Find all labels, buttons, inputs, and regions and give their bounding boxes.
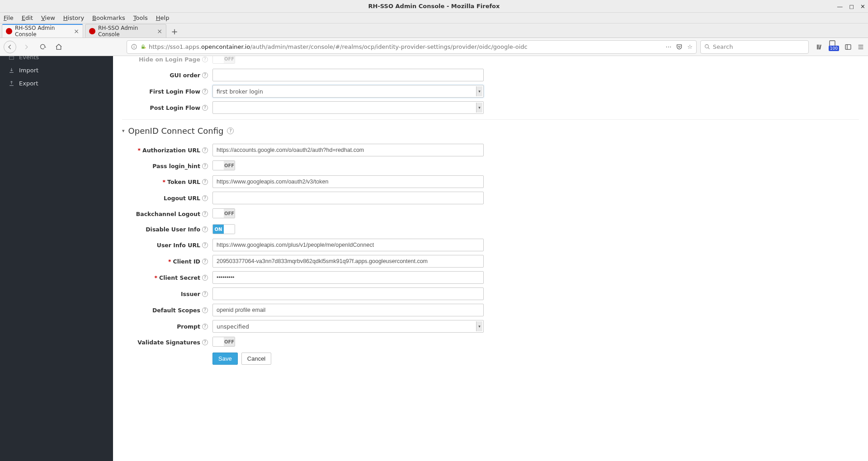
library-icon[interactable] [816, 43, 823, 51]
tab-close-icon[interactable]: × [157, 28, 162, 35]
hamburger-menu-icon[interactable] [857, 43, 864, 51]
prompt-select[interactable]: unspecified ▾ [212, 320, 484, 333]
bookmark-star-icon[interactable]: ☆ [687, 43, 693, 50]
menu-history[interactable]: History [63, 14, 84, 21]
sidebar-item-import[interactable]: Import [0, 64, 113, 77]
help-icon[interactable]: ? [202, 105, 208, 111]
sidebar-item-export[interactable]: Export [0, 77, 113, 90]
help-icon[interactable]: ? [202, 72, 208, 78]
client-id-input[interactable] [212, 255, 484, 268]
search-bar[interactable]: Search [700, 40, 809, 54]
tab-label: RH-SSO Admin Console [98, 25, 154, 38]
default-scopes-input[interactable] [212, 304, 484, 316]
url-text: https://sso1.apps.opencontainer.io/auth/… [149, 43, 663, 50]
help-icon[interactable]: ? [202, 307, 208, 313]
help-icon[interactable]: ? [202, 226, 208, 232]
menu-tools[interactable]: Tools [133, 14, 148, 21]
field-label: Logout URL [164, 195, 200, 202]
menu-edit[interactable]: Edit [22, 14, 33, 21]
nav-back-button[interactable] [4, 41, 16, 53]
help-icon[interactable]: ? [202, 211, 208, 217]
field-label: Disable User Info [146, 226, 200, 233]
menu-bookmarks[interactable]: Bookmarks [92, 14, 125, 21]
help-icon[interactable]: ? [202, 324, 208, 329]
field-label: Client Secret [159, 274, 200, 281]
new-tab-button[interactable]: + [168, 25, 181, 38]
window-minimize-icon[interactable]: — [837, 3, 843, 10]
help-icon[interactable]: ? [202, 275, 208, 281]
help-icon[interactable]: ? [202, 56, 208, 62]
save-button[interactable]: Save [212, 353, 238, 365]
help-icon[interactable]: ? [202, 195, 208, 201]
field-label: Validate Signatures [137, 339, 200, 346]
help-icon[interactable]: ? [202, 259, 208, 264]
admin-content: Hide on Login Page? OFF GUI order? First… [113, 56, 868, 461]
extensions-badge[interactable]: 100 [829, 40, 839, 54]
menu-view[interactable]: View [41, 14, 55, 21]
field-label: First Login Flow [149, 88, 200, 95]
help-icon[interactable]: ? [202, 179, 208, 185]
chevron-down-icon: ▾ [476, 321, 482, 331]
issuer-input[interactable] [212, 287, 484, 300]
browser-tab[interactable]: RH-SSO Admin Console × [85, 24, 166, 38]
menu-file[interactable]: File [4, 14, 14, 21]
help-icon[interactable]: ? [202, 89, 208, 94]
hide-on-login-toggle[interactable]: OFF [212, 56, 235, 64]
pocket-icon[interactable] [676, 43, 683, 50]
help-icon[interactable]: ? [202, 163, 208, 169]
help-icon[interactable]: ? [202, 147, 208, 153]
first-login-flow-select[interactable]: first broker login ▾ [212, 85, 484, 98]
favicon-icon [6, 28, 12, 34]
nav-home-button[interactable] [52, 41, 65, 53]
favicon-icon [89, 28, 95, 34]
sidebar-item-label: Import [19, 67, 38, 74]
export-icon [8, 80, 14, 87]
gui-order-input[interactable] [212, 69, 484, 81]
site-info-icon[interactable] [131, 44, 137, 50]
window-maximize-icon[interactable]: ◻ [849, 3, 854, 10]
field-label: Token URL [167, 179, 200, 185]
field-label: Backchannel Logout [136, 211, 200, 217]
logout-url-input[interactable] [212, 192, 484, 204]
authorization-url-input[interactable] [212, 144, 484, 156]
window-close-icon[interactable]: ✕ [860, 3, 865, 10]
sidebar-item-events[interactable]: Events [0, 56, 113, 64]
field-label: GUI order [170, 72, 200, 79]
validate-signatures-toggle[interactable]: OFF [212, 337, 235, 347]
pass-login-hint-toggle[interactable]: OFF [212, 160, 235, 170]
sidebars-icon[interactable] [844, 43, 852, 51]
nav-forward-button[interactable] [20, 41, 33, 53]
help-icon[interactable]: ? [202, 291, 208, 297]
token-url-input[interactable] [212, 175, 484, 188]
field-label: Authorization URL [142, 147, 200, 154]
help-icon[interactable]: ? [227, 127, 234, 134]
window-title: RH-SSO Admin Console - Mozilla Firefox [368, 3, 500, 9]
svg-rect-3 [142, 47, 145, 49]
post-login-flow-select[interactable]: ▾ [212, 101, 484, 114]
help-icon[interactable]: ? [202, 339, 208, 345]
tab-close-icon[interactable]: × [74, 28, 79, 35]
help-icon[interactable]: ? [202, 242, 208, 248]
section-header-oidc[interactable]: ▾ OpenID Connect Config ? [122, 119, 859, 140]
field-label: User Info URL [157, 242, 200, 249]
calendar-icon [8, 56, 14, 61]
lock-warning-icon[interactable] [140, 44, 146, 50]
field-label: Issuer [181, 291, 200, 297]
chevron-down-icon: ▾ [476, 103, 482, 113]
browser-tab[interactable]: RH-SSO Admin Console × [2, 24, 83, 38]
backchannel-logout-toggle[interactable]: OFF [212, 208, 235, 218]
import-icon [8, 67, 14, 74]
user-info-url-input[interactable] [212, 239, 484, 251]
svg-line-6 [708, 47, 709, 49]
sidebar-item-label: Events [19, 56, 39, 61]
page-actions-icon[interactable]: ⋯ [665, 43, 671, 50]
cancel-button[interactable]: Cancel [241, 353, 271, 365]
search-placeholder: Search [713, 43, 733, 50]
nav-reload-button[interactable] [36, 41, 49, 53]
browser-navbar: https://sso1.apps.opencontainer.io/auth/… [0, 38, 868, 56]
url-bar[interactable]: https://sso1.apps.opencontainer.io/auth/… [127, 40, 697, 54]
svg-marker-4 [144, 47, 146, 48]
client-secret-input[interactable] [212, 271, 484, 284]
disable-user-info-toggle[interactable]: ON [212, 224, 235, 234]
menu-help[interactable]: Help [156, 14, 170, 21]
